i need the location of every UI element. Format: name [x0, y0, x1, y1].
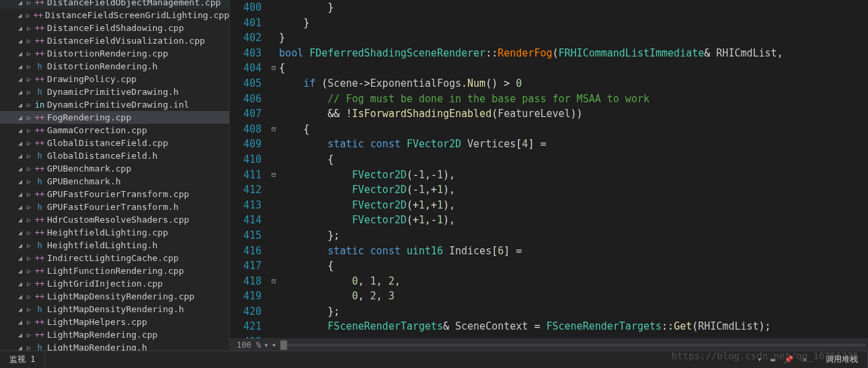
chevron-right-icon[interactable]: ▷	[24, 229, 34, 236]
chevron-right-icon[interactable]: ▷	[24, 190, 34, 198]
tab-callstack[interactable]: 调用堆栈	[816, 351, 868, 368]
explorer-file-lightgridinjection-cpp[interactable]: ◢▷++LightGridInjection.cpp	[0, 277, 229, 290]
code-line[interactable]: };	[279, 228, 868, 244]
explorer-file-dynamicprimitivedrawing-inl[interactable]: ◢▷inDynamicPrimitiveDrawing.inl	[0, 98, 229, 111]
explorer-file-indirectlightingcache-cpp[interactable]: ◢▷++IndirectLightingCache.cpp	[0, 252, 229, 264]
explorer-file-lightmaprendering-cpp[interactable]: ◢▷++LightMapRendering.cpp	[0, 328, 229, 341]
chevron-right-icon[interactable]: ▷	[24, 63, 34, 70]
fold-toggle-icon[interactable]: ⊟	[268, 122, 279, 137]
chevron-right-icon[interactable]: ▷	[24, 11, 32, 19]
code-line[interactable]: };	[279, 304, 868, 320]
chevron-right-icon[interactable]: ▷	[24, 139, 34, 147]
tree-expand-icon[interactable]: ◢	[16, 88, 24, 96]
code-line[interactable]: 0, 1, 2,	[279, 274, 868, 289]
chevron-right-icon[interactable]: ▷	[24, 126, 34, 134]
chevron-right-icon[interactable]: ▷	[24, 242, 34, 249]
tree-expand-icon[interactable]: ◢	[16, 293, 24, 300]
tree-expand-icon[interactable]: ◢	[16, 216, 24, 223]
fold-column[interactable]: ⊟ ⊟ ⊟ ⊟	[268, 0, 279, 338]
tree-expand-icon[interactable]: ◢	[16, 152, 24, 159]
explorer-file-gammacorrection-cpp[interactable]: ◢▷++GammaCorrection.cpp	[0, 124, 229, 137]
code-line[interactable]: }	[279, 15, 868, 31]
zoom-level[interactable]: 100 %	[237, 340, 261, 350]
tree-expand-icon[interactable]: ◢	[16, 178, 24, 185]
tree-expand-icon[interactable]: ◢	[16, 242, 24, 249]
explorer-file-hdrcustomresolveshaders-cpp[interactable]: ◢▷++HdrCustomResolveShaders.cpp	[0, 213, 229, 226]
fold-toggle-icon[interactable]: ⊟	[268, 61, 279, 76]
scrollbar-thumb[interactable]	[280, 340, 287, 350]
code-line[interactable]: {	[279, 122, 868, 137]
code-line[interactable]: && !IsForwardShadingEnabled(FeatureLevel…	[279, 106, 868, 122]
tree-expand-icon[interactable]: ◢	[16, 254, 24, 262]
tree-expand-icon[interactable]: ◢	[16, 24, 24, 32]
explorer-file-fogrendering-cpp[interactable]: ◢▷++FogRendering.cpp	[0, 111, 229, 124]
explorer-file-gpubenchmark-h[interactable]: ◢▷hGPUBenchmark.h	[0, 175, 229, 188]
chevron-right-icon[interactable]: ▷	[24, 24, 34, 32]
tree-expand-icon[interactable]: ◢	[16, 63, 24, 70]
tree-expand-icon[interactable]: ◢	[16, 75, 24, 83]
code-line[interactable]: FVector2D(-1,-1),	[279, 168, 868, 183]
tree-expand-icon[interactable]: ◢	[16, 101, 24, 108]
explorer-file-lightfunctionrendering-cpp[interactable]: ◢▷++LightFunctionRendering.cpp	[0, 264, 229, 277]
horizontal-scrollbar[interactable]: ◂	[271, 340, 865, 350]
code-line[interactable]: FVector2D(+1,+1),	[279, 198, 868, 213]
chevron-right-icon[interactable]: ▷	[24, 331, 34, 338]
explorer-file-drawingpolicy-cpp[interactable]: ◢▷++DrawingPolicy.cpp	[0, 73, 229, 85]
explorer-file-gpufastfouriertransform-cpp[interactable]: ◢▷++GPUFastFourierTransform.cpp	[0, 188, 229, 200]
zoom-dropdown-icon[interactable]: ▾	[264, 340, 268, 350]
tree-expand-icon[interactable]: ◢	[16, 114, 24, 121]
tree-expand-icon[interactable]: ◢	[16, 37, 24, 44]
tree-expand-icon[interactable]: ◢	[16, 280, 24, 287]
code-editor[interactable]: 4004014024034044054064074084094104114124…	[230, 0, 868, 338]
tree-expand-icon[interactable]: ◢	[16, 203, 24, 211]
chevron-right-icon[interactable]: ▷	[24, 305, 34, 313]
chevron-right-icon[interactable]: ▷	[24, 165, 34, 172]
tree-expand-icon[interactable]: ◢	[16, 11, 24, 19]
explorer-file-heightfieldlighting-cpp[interactable]: ◢▷++HeightfieldLighting.cpp	[0, 226, 229, 239]
code-line[interactable]: {	[279, 61, 868, 76]
tree-expand-icon[interactable]: ◢	[16, 50, 24, 57]
explorer-file-lightmaphelpers-cpp[interactable]: ◢▷++LightMapHelpers.cpp	[0, 316, 229, 328]
solution-explorer[interactable]: ◢▷++DistanceFieldObjectManagement.cpp◢▷+…	[0, 0, 230, 351]
explorer-file-distancefieldobjectmanagement-cpp[interactable]: ◢▷++DistanceFieldObjectManagement.cpp	[0, 0, 229, 9]
explorer-file-lightmapdensityrendering-cpp[interactable]: ◢▷++LightMapDensityRendering.cpp	[0, 290, 229, 303]
explorer-file-distortionrendering-cpp[interactable]: ◢▷++DistortionRendering.cpp	[0, 47, 229, 60]
explorer-file-distancefieldscreengridlighting-cpp[interactable]: ◢▷++DistanceFieldScreenGridLighting.cpp	[0, 9, 229, 22]
explorer-file-dynamicprimitivedrawing-h[interactable]: ◢▷hDynamicPrimitiveDrawing.h	[0, 85, 229, 98]
chevron-right-icon[interactable]: ▷	[24, 178, 34, 185]
tree-expand-icon[interactable]: ◢	[16, 267, 24, 274]
code-line[interactable]: static const FVector2D Vertices[4] =	[279, 137, 868, 152]
explorer-file-lightmapdensityrendering-h[interactable]: ◢▷hLightMapDensityRendering.h	[0, 303, 229, 316]
fold-toggle-icon[interactable]: ⊟	[268, 168, 279, 183]
tree-expand-icon[interactable]: ◢	[16, 0, 24, 6]
explorer-file-distortionrendering-h[interactable]: ◢▷hDistortionRendering.h	[0, 60, 229, 73]
explorer-file-lightmaprendering-h[interactable]: ◢▷hLightMapRendering.h	[0, 341, 229, 351]
tree-expand-icon[interactable]: ◢	[16, 331, 24, 338]
chevron-right-icon[interactable]: ▷	[24, 293, 34, 300]
tree-expand-icon[interactable]: ◢	[16, 165, 24, 172]
explorer-file-distancefieldvisualization-cpp[interactable]: ◢▷++DistanceFieldVisualization.cpp	[0, 34, 229, 47]
explorer-file-globaldistancefield-cpp[interactable]: ◢▷++GlobalDistanceField.cpp	[0, 137, 229, 149]
code-line[interactable]: // Fog must be done in the base pass for…	[279, 91, 868, 107]
chevron-right-icon[interactable]: ▷	[24, 37, 34, 44]
code-line[interactable]: {	[279, 152, 868, 168]
code-line[interactable]: FVector2D(-1,+1),	[279, 182, 868, 198]
tree-expand-icon[interactable]: ◢	[16, 229, 24, 236]
chevron-right-icon[interactable]: ▷	[24, 254, 34, 262]
chevron-right-icon[interactable]: ▷	[24, 344, 34, 351]
chevron-right-icon[interactable]: ▷	[24, 318, 34, 326]
chevron-right-icon[interactable]: ▷	[24, 152, 34, 159]
tree-expand-icon[interactable]: ◢	[16, 344, 24, 351]
code-line[interactable]: FSceneRenderTargets& SceneContext = FSce…	[279, 319, 868, 334]
code-line[interactable]: bool FDeferredShadingSceneRenderer::Rend…	[279, 46, 868, 61]
tree-expand-icon[interactable]: ◢	[16, 305, 24, 313]
code-line[interactable]: 0, 2, 3	[279, 289, 868, 304]
chevron-right-icon[interactable]: ▷	[24, 88, 34, 96]
chevron-right-icon[interactable]: ▷	[24, 203, 34, 211]
code-line[interactable]: {	[279, 258, 868, 274]
tree-expand-icon[interactable]: ◢	[16, 318, 24, 326]
tree-expand-icon[interactable]: ◢	[16, 190, 24, 198]
code-line[interactable]: if (Scene->ExponentialFogs.Num() > 0	[279, 76, 868, 91]
chevron-right-icon[interactable]: ▷	[24, 75, 34, 83]
code-line[interactable]: FVector2D(+1,-1),	[279, 213, 868, 228]
